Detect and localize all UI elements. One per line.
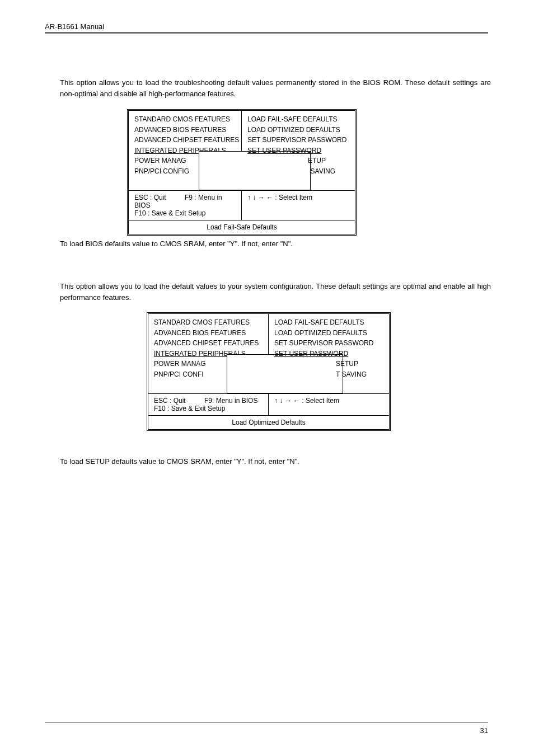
bios-right-column: LOAD FAIL-SAFE DEFAULTS LOAD OPTIMIZED D… [242,111,355,190]
bios-right-column: LOAD FAIL-SAFE DEFAULTS LOAD OPTIMIZED D… [269,314,389,393]
menu-user-password: SET USER PASSWORD [274,349,383,359]
bios-footer-row1: ESC : Quit F9: Menu in BIOS F10 : Save &… [148,394,389,416]
f10-save-label: F10 : Save & Exit Setup [134,209,236,217]
esc-quit-label: ESC : Quit [134,194,166,201]
menu-user-password: SET USER PASSWORD [247,145,349,156]
menu-setup-cut: SETUP [274,359,383,369]
menu-advanced-bios: ADVANCED BIOS FEATURES [134,125,236,135]
page-number: 31 [480,726,488,735]
paragraph-setup-defaults-instruction: To load SETUP defaults value to CMOS SRA… [60,456,491,467]
menu-load-optimized: LOAD OPTIMIZED DEFAULTS [274,328,383,339]
menu-load-fail-safe: LOAD FAIL-SAFE DEFAULTS [274,317,383,328]
bios-footer-row1: ESC : Quit F9 : Menu in BIOS F10 : Save … [129,191,355,220]
menu-advanced-bios: ADVANCED BIOS FEATURES [154,328,263,339]
paragraph-optimized-intro: This option allows you to load the defau… [60,281,491,303]
bios-footer-right: ↑ ↓ → ← : Select Item [242,191,355,220]
menu-supervisor-password: SET SUPERVISOR PASSWORD [274,338,383,349]
menu-advanced-chipset: ADVANCED CHIPSET FEATURES [134,135,236,145]
bios-top-section: STANDARD CMOS FEATURES ADVANCED BIOS FEA… [129,111,355,191]
document-header-title: AR-B1661 Manual [45,22,104,31]
bios-left-column: STANDARD CMOS FEATURES ADVANCED BIOS FEA… [148,314,269,393]
bios-footer-left: ESC : Quit F9 : Menu in BIOS F10 : Save … [129,191,242,220]
menu-saving-cut: T SAVING [274,369,383,380]
paragraph-bios-defaults-instruction: To load BIOS defaults value to CMOS SRAM… [60,238,491,250]
bios-left-column: STANDARD CMOS FEATURES ADVANCED BIOS FEA… [129,111,242,190]
menu-load-optimized: LOAD OPTIMIZED DEFAULTS [247,125,349,135]
bios-footer-left: ESC : Quit F9: Menu in BIOS F10 : Save &… [148,394,269,415]
menu-advanced-chipset: ADVANCED CHIPSET FEATURES [154,338,263,349]
f9-menu-label: F9: Menu in BIOS [204,397,257,405]
select-item-label: ↑ ↓ → ← : Select Item [247,194,312,201]
menu-load-fail-safe: LOAD FAIL-SAFE DEFAULTS [247,114,349,125]
menu-standard-cmos: STANDARD CMOS FEATURES [154,317,263,328]
menu-setup-cut: ETUP [247,156,349,166]
select-item-label: ↑ ↓ → ← : Select Item [274,397,339,405]
f10-save-label: F10 : Save & Exit Setup [154,405,263,412]
bios-table-optimized: STANDARD CMOS FEATURES ADVANCED BIOS FEA… [147,312,391,431]
bios-status-bar: Load Fail-Safe Defaults [129,220,355,234]
bios-footer-right: ↑ ↓ → ← : Select Item [269,394,389,415]
esc-quit-label: ESC : Quit [154,397,186,405]
bios-table-fail-safe: STANDARD CMOS FEATURES ADVANCED BIOS FEA… [127,109,357,236]
bios-top-section: STANDARD CMOS FEATURES ADVANCED BIOS FEA… [148,314,389,394]
menu-supervisor-password: SET SUPERVISOR PASSWORD [247,135,349,145]
menu-standard-cmos: STANDARD CMOS FEATURES [134,114,236,125]
footer-rule [45,722,488,722]
bios-status-bar: Load Optimized Defaults [148,416,389,429]
menu-saving-cut: SAVING [247,166,349,177]
header-rule [45,32,488,34]
paragraph-fail-safe-intro: This option allows you to load the troub… [60,77,491,99]
